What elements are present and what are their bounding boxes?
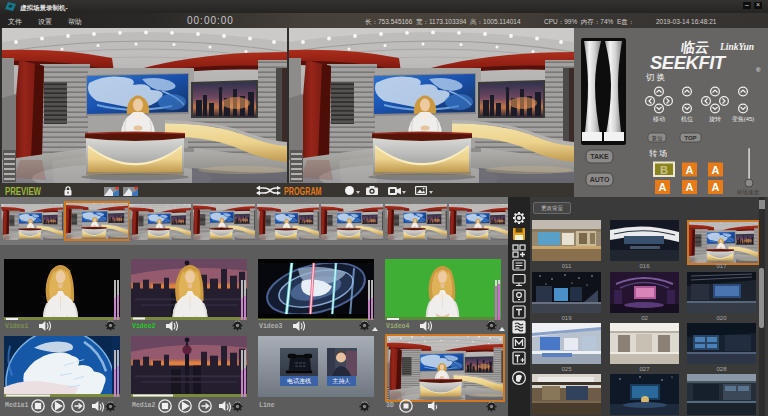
svg-text:转场速度: 转场速度 <box>737 189 760 196</box>
svg-text:LinkYun: LinkYun <box>719 42 754 52</box>
svg-text:A: A <box>686 181 694 193</box>
svg-text:B: B <box>660 164 668 176</box>
svg-text:SEEKFIT: SEEKFIT <box>650 52 727 73</box>
svg-text:变焦(45): 变焦(45) <box>732 115 755 123</box>
svg-text:复位: 复位 <box>652 135 664 142</box>
svg-text:A: A <box>712 164 720 176</box>
svg-text:TOP: TOP <box>684 135 696 141</box>
svg-text:A: A <box>686 164 694 176</box>
svg-text:机位: 机位 <box>681 116 693 122</box>
svg-text:TAKE: TAKE <box>590 153 609 160</box>
svg-text:AUTO: AUTO <box>590 176 610 183</box>
svg-text:转场: 转场 <box>649 149 669 158</box>
svg-text:移动: 移动 <box>653 116 665 123</box>
svg-text:旋转: 旋转 <box>709 116 721 123</box>
svg-text:A: A <box>712 181 720 193</box>
svg-text:A: A <box>659 181 667 193</box>
svg-text:切换: 切换 <box>645 72 667 82</box>
svg-text:®: ® <box>756 67 761 73</box>
